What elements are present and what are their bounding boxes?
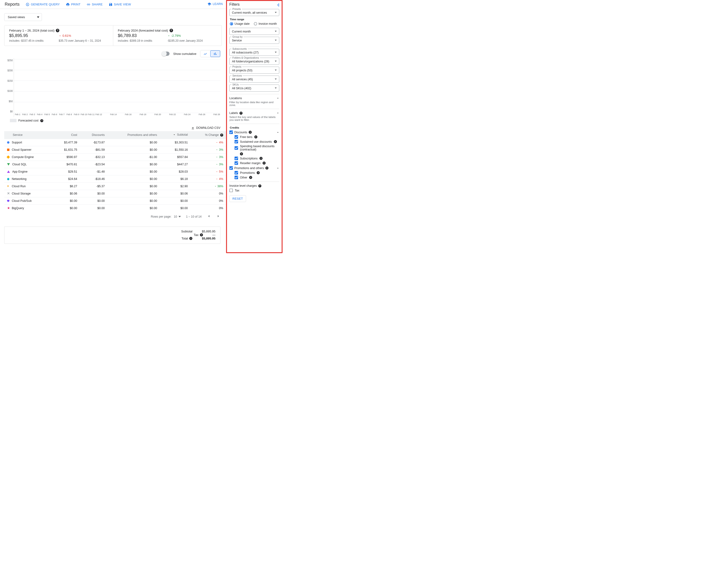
table-row[interactable]: +Cloud Run$8.27-$5.37$0.00$2.90 38% — [4, 183, 226, 190]
download-icon — [191, 126, 195, 130]
projects-select[interactable]: ProjectsAll projects (53) — [229, 67, 279, 74]
actual-delta: 0.61% — [59, 33, 108, 38]
help-icon[interactable]: ? — [239, 112, 243, 115]
col-pct-change[interactable]: % Change? — [191, 131, 226, 139]
col-discounts[interactable]: Discounts — [80, 131, 108, 139]
help-icon[interactable]: ? — [259, 157, 263, 160]
table-row[interactable]: ✕Cloud Storage$0.06$0.00$0.00$0.060% — [4, 190, 226, 197]
discounts-checkbox[interactable] — [229, 130, 233, 134]
skus-select[interactable]: SKUsAll SKUs (402) — [229, 85, 279, 91]
services-select[interactable]: ServicesAll services (45) — [229, 76, 279, 83]
filters-title: Filters — [229, 2, 240, 6]
saved-views-label: Saved views — [8, 15, 25, 19]
help-icon[interactable]: ? — [254, 135, 257, 139]
share-button[interactable]: SHARE — [87, 3, 103, 6]
generate-query-button[interactable]: GENERATE QUERY — [26, 3, 60, 6]
next-page-button[interactable] — [216, 214, 221, 219]
help-icon[interactable]: ? — [265, 167, 269, 170]
help-icon[interactable]: ? — [257, 171, 260, 174]
learn-button[interactable]: LEARN — [207, 2, 223, 6]
cumulative-toggle[interactable] — [162, 51, 170, 56]
promos-checkbox[interactable] — [229, 166, 233, 170]
cumulative-label: Show cumulative — [173, 52, 196, 56]
link-icon — [87, 3, 90, 6]
promotions-checkbox[interactable]: Promotions? — [234, 171, 279, 174]
save-icon — [109, 3, 112, 6]
page-title: Reports — [5, 2, 20, 7]
discounts-group[interactable]: Discounts? — [229, 130, 279, 134]
download-csv-button[interactable]: DOWNLOAD CSV — [196, 126, 221, 129]
forecast-delta: -2.79% — [167, 33, 217, 38]
subscriptions-checkbox[interactable]: Subscriptions? — [234, 156, 279, 160]
cost-table: Service Cost Discounts Promotions and ot… — [4, 131, 226, 212]
tax-checkbox[interactable]: Tax — [229, 189, 279, 192]
labels-section[interactable]: Labels? — [229, 111, 279, 115]
group-by-select[interactable]: Group byService — [229, 37, 279, 44]
help-icon[interactable]: ? — [200, 233, 203, 236]
rows-per-page-select[interactable]: 10 — [174, 215, 181, 218]
table-row[interactable]: ★BigQuery$0.00$0.00$0.00$0.000% — [4, 205, 226, 212]
help-icon[interactable]: ? — [56, 29, 59, 32]
line-chart-button[interactable] — [201, 50, 210, 57]
terminal-icon — [26, 3, 29, 6]
summary-cards: February 1 – 26, 2024 (total cost)? $5,8… — [4, 25, 222, 46]
help-icon[interactable]: ? — [189, 237, 192, 240]
spending-checkbox[interactable]: Spending based discounts (contractual) — [234, 145, 279, 151]
help-icon[interactable]: ? — [258, 184, 261, 187]
locations-section[interactable]: Locations — [229, 97, 279, 100]
prev-page-button[interactable] — [207, 214, 211, 219]
col-subtotal[interactable]: Subtotal — [160, 131, 190, 139]
sustained-checkbox[interactable]: Sustained use discounts? — [234, 140, 279, 143]
help-icon[interactable]: ? — [263, 162, 266, 165]
promos-group[interactable]: Promotions and others? — [229, 166, 279, 170]
topbar: Reports GENERATE QUERY PRINT SHARE SAVE … — [0, 0, 226, 9]
collapse-panel-icon[interactable]: ›| — [277, 3, 279, 6]
free-tiers-checkbox[interactable]: Free tiers? — [234, 135, 279, 139]
totals-box: Subtotal$5,895.95 Tax?— Total?$5,895.95 — [4, 227, 221, 244]
col-service[interactable]: Service — [4, 131, 52, 139]
help-icon[interactable]: ? — [249, 176, 252, 179]
chevron-up-icon — [276, 167, 279, 170]
other-checkbox[interactable]: Other? — [234, 176, 279, 179]
line-chart-icon — [204, 52, 207, 56]
forecast-cost-amount: $6,789.83 — [118, 33, 167, 38]
forecast-legend-swatch — [10, 119, 17, 122]
sort-desc-icon — [173, 133, 176, 136]
actual-cost-amount: $5,895.95 — [9, 33, 59, 38]
table-row[interactable]: App Engine$29.51-$1.48$0.00$28.03 5% — [4, 168, 226, 175]
chevron-down-icon — [276, 97, 279, 100]
save-view-button[interactable]: SAVE VIEW — [109, 3, 131, 6]
help-icon[interactable]: ? — [240, 152, 243, 155]
table-row[interactable]: Networking$24.64-$18.46$0.00$6.18 4% — [4, 175, 226, 183]
folders-select[interactable]: Folders & OrganizationsAll folders/organ… — [229, 58, 279, 65]
presets-select[interactable]: Presets Current month, all services — [229, 9, 279, 16]
table-row[interactable]: Cloud SQL$470.81-$23.54$0.00$447.27 3% — [4, 161, 226, 168]
reset-button[interactable]: RESET — [229, 195, 246, 202]
invoice-month-radio[interactable]: Invoice month — [254, 22, 277, 25]
time-range-select[interactable]: Current month — [229, 28, 279, 35]
help-icon[interactable]: ? — [249, 131, 252, 134]
bar-chart-button[interactable] — [210, 50, 220, 57]
table-row[interactable]: Cloud Spanner$1,631.75-$81.59$0.00$1,550… — [4, 146, 226, 153]
cost-chart: $250$200$150$100$50$0 Feb 1Feb 2Feb 3Feb… — [4, 58, 221, 117]
pager: Rows per page: 10 1 – 10 of 14 — [0, 212, 226, 222]
subaccounts-select[interactable]: SubaccountsAll subaccounts (27) — [229, 49, 279, 56]
page-range: 1 – 10 of 14 — [186, 215, 202, 218]
grad-cap-icon — [207, 2, 211, 6]
help-icon[interactable]: ? — [274, 140, 277, 143]
help-icon[interactable]: ? — [40, 119, 43, 122]
col-cost[interactable]: Cost — [52, 131, 80, 139]
print-button[interactable]: PRINT — [66, 3, 81, 6]
saved-views-dropdown[interactable]: Saved views — [4, 13, 42, 21]
help-icon[interactable]: ? — [220, 133, 223, 136]
forecast-cost-card: February 2024 (forecasted total cost)? $… — [113, 25, 222, 46]
col-promos[interactable]: Promotions and others — [108, 131, 160, 139]
table-row[interactable]: Cloud Pub/Sub$0.00$0.00$0.00$0.000% — [4, 197, 226, 205]
usage-date-radio[interactable]: Usage date — [230, 22, 250, 25]
table-row[interactable]: Compute Engine$590.97-$32.13-$1.00$557.8… — [4, 153, 226, 161]
help-icon[interactable]: ? — [170, 29, 173, 32]
invoice-level-label: Invoice level charges? — [229, 184, 279, 187]
reseller-checkbox[interactable]: Reseller margin? — [234, 161, 279, 165]
table-row[interactable]: Support$3,477.39-$173.87$0.00$3,303.51 4… — [4, 139, 226, 146]
arrow-down-icon — [167, 35, 170, 37]
